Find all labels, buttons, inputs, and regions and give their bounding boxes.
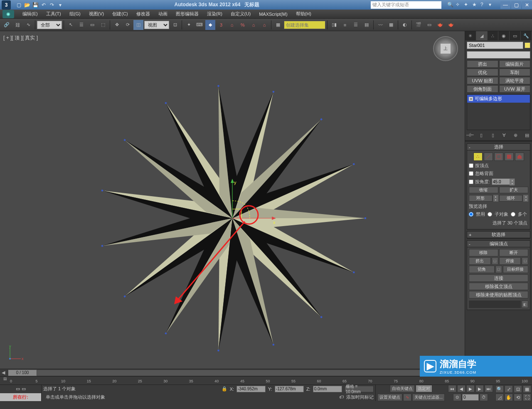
set-key-button[interactable]: 设置关键点 [377, 394, 402, 401]
weight-spinner[interactable]: ◧ [522, 301, 528, 308]
weight-field[interactable] [469, 301, 521, 308]
selected-label[interactable]: 选定对 [416, 385, 432, 392]
help-icon[interactable]: ? [480, 2, 487, 8]
layer-manager-icon[interactable]: ▤ [362, 20, 372, 30]
object-color-swatch[interactable] [525, 42, 530, 48]
mod-btn-bevel-profile[interactable]: 倒角剖面 [467, 85, 498, 93]
render-prod-icon[interactable]: 🫖 [446, 20, 456, 30]
window-cross-icon[interactable]: ⬚ [98, 20, 108, 30]
mod-btn-uvw-unwrap[interactable]: UVW 展开 [499, 85, 531, 93]
close-button[interactable]: ✕ [522, 1, 532, 9]
menu-customize[interactable]: 自定义(U) [227, 11, 255, 17]
pan-icon[interactable]: ✋ [505, 394, 513, 401]
script-listener-icon[interactable]: ▭ [22, 386, 26, 392]
rollout-head-selection[interactable]: -选择 [467, 144, 530, 150]
curve-editor-icon[interactable]: 〰 [375, 20, 385, 30]
subobj-edge[interactable] [484, 153, 493, 161]
configure-icon[interactable]: ⊕ [512, 132, 519, 138]
open-icon[interactable]: 📂 [23, 1, 31, 9]
key-mode-icon[interactable]: ∿ [403, 394, 411, 401]
z-coord-input[interactable]: 0.0mm [313, 386, 342, 392]
fov-icon[interactable]: ◿ [495, 394, 504, 401]
extrude-settings[interactable]: ☐ [492, 257, 498, 265]
remove-unused-map-button[interactable]: 移除未使用的贴图顶点 [469, 291, 528, 298]
menu-graph-editors[interactable]: 图形编辑器 [172, 11, 203, 17]
remove-button[interactable]: 移除 [469, 249, 498, 256]
key-filters-button[interactable]: 关键点过滤器... [412, 394, 445, 401]
manipulate-icon[interactable]: ✦ [184, 20, 194, 30]
break-button[interactable]: 断开 [499, 249, 529, 256]
select-object-icon[interactable]: ↖ [66, 20, 76, 30]
percent-snap-icon[interactable]: ⌂ [227, 20, 237, 30]
undo-icon[interactable]: ↶ [40, 1, 47, 9]
viewport[interactable]: [ + ][ 顶 ][ 真实 ] 上 [0, 31, 465, 369]
chamfer-button[interactable]: 切角 [469, 266, 495, 273]
subobj-polygon[interactable] [505, 153, 514, 161]
ring-button[interactable]: 环形 [469, 195, 493, 202]
x-coord-input[interactable]: -340.952m [236, 386, 266, 392]
menu-rendering[interactable]: 渲染(R) [203, 11, 227, 17]
subobj-border[interactable] [494, 153, 503, 161]
tab-utilities[interactable]: 🔧 [521, 31, 532, 40]
menu-group[interactable]: 组(G) [65, 11, 85, 17]
named-set-icon[interactable]: ▦ [273, 20, 283, 30]
search-go-icon[interactable]: 🔍 [447, 2, 454, 8]
extrude-button[interactable]: 挤出 [469, 257, 491, 265]
current-frame-input[interactable]: 0 [462, 394, 479, 401]
remove-mod-icon[interactable]: ∀ [501, 132, 507, 138]
rollout-head-edit-vertex[interactable]: -编辑顶点 [467, 241, 530, 247]
show-end-icon[interactable]: ▯ [478, 132, 485, 138]
time-config-icon[interactable]: ⏱ [480, 394, 488, 401]
unlink-icon[interactable]: ⛓ [12, 20, 22, 30]
target-weld-button[interactable]: 目标焊接 [503, 266, 529, 273]
app-menu-button[interactable]: ◉ [2, 10, 14, 18]
mod-btn-lathe[interactable]: 车削 [499, 69, 531, 76]
mod-btn-extrude[interactable]: 挤出 [467, 60, 498, 68]
track-bar[interactable]: ▤ 05101520253035404550556065707580859095… [0, 376, 532, 384]
viewport-label[interactable]: [ + ][ 顶 ][ 真实 ] [3, 34, 38, 42]
mod-btn-turbosmooth[interactable]: 涡轮平滑 [499, 77, 531, 84]
edge-snap-icon[interactable]: ⌂ [259, 20, 269, 30]
menu-modifiers[interactable]: 修改器 [132, 11, 154, 17]
make-unique-icon[interactable]: ▯ [490, 132, 496, 138]
stack-expand-icon[interactable]: ▪ [469, 97, 473, 101]
pin-stack-icon[interactable]: ⊣⊢ [467, 132, 473, 138]
select-rect-icon[interactable]: ▭ [87, 20, 97, 30]
connect-button[interactable]: 连接 [469, 274, 528, 282]
by-angle-checkbox[interactable] [469, 180, 473, 184]
save-icon[interactable]: 💾 [32, 1, 39, 9]
orbit-icon[interactable]: ⟲ [514, 394, 522, 401]
play-icon[interactable]: ▶ [466, 385, 475, 392]
modifier-stack[interactable]: ▪ 可编辑多边形 [467, 94, 530, 130]
pivot-icon[interactable]: ⊡ [170, 20, 180, 30]
qat-more-icon[interactable]: ▾ [57, 1, 64, 9]
shrink-button[interactable]: 收缩 [469, 187, 498, 193]
align-icon[interactable]: ≡ [340, 20, 350, 30]
minimize-button[interactable]: — [500, 1, 510, 9]
goto-start-icon[interactable]: ⏮ [448, 385, 456, 392]
app-logo[interactable]: 3 [2, 0, 11, 10]
tab-modify[interactable]: ◢ [476, 31, 488, 40]
time-slider-thumb[interactable]: 0 / 100 [8, 370, 37, 376]
tab-hierarchy[interactable]: ⛬ [488, 31, 499, 40]
maximize-button[interactable]: ▢ [511, 1, 521, 9]
keyboard-shortcut-icon[interactable]: ⌨ [195, 20, 204, 30]
zoom-extents-all-icon[interactable]: ▦ [523, 385, 531, 393]
rotate-icon[interactable]: ⟳ [123, 20, 133, 30]
trackbar-config-icon[interactable]: ▤ [0, 377, 10, 381]
spinner-snap-icon[interactable]: % [238, 20, 248, 30]
mod-btn-edit-patch[interactable]: 编辑面片 [499, 60, 531, 68]
subobj-vertex[interactable]: ∴ [473, 153, 483, 161]
weld-button[interactable]: 焊接 [499, 257, 521, 265]
subscription-icon[interactable]: ✧ [456, 2, 462, 8]
redo-icon[interactable]: ↷ [48, 1, 56, 9]
zoom-extents-icon[interactable]: ⊡ [514, 385, 522, 393]
loop-button[interactable]: 循环 [499, 195, 523, 202]
preview-subobj-radio[interactable] [488, 212, 492, 217]
render-icon[interactable]: 🫖 [435, 20, 445, 30]
grow-button[interactable]: 扩大 [499, 187, 529, 193]
link-icon[interactable]: 🔗 [2, 20, 12, 30]
tab-motion[interactable]: ◉ [498, 31, 510, 40]
add-time-tag[interactable]: 添加时间标记 [346, 394, 374, 400]
ref-coord-select[interactable]: 视图 [144, 21, 169, 29]
